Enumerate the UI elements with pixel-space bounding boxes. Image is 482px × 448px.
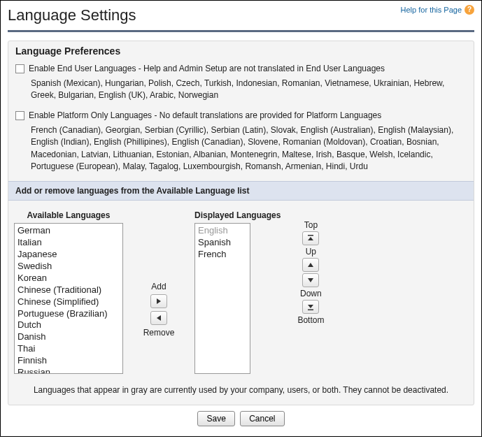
down-button[interactable] bbox=[302, 273, 319, 287]
list-item[interactable]: Russian bbox=[17, 367, 120, 374]
arrow-up-icon bbox=[307, 261, 314, 268]
list-item[interactable]: Spanish bbox=[198, 237, 247, 249]
remove-button[interactable] bbox=[150, 311, 167, 325]
end-user-pref: Enable End User Languages - Help and Adm… bbox=[8, 64, 474, 110]
top-button[interactable] bbox=[302, 231, 319, 245]
list-item[interactable]: Finnish bbox=[17, 355, 120, 367]
svg-rect-1 bbox=[308, 310, 313, 311]
header-divider bbox=[8, 30, 474, 32]
help-icon: ? bbox=[465, 5, 474, 15]
arrow-left-icon bbox=[155, 315, 162, 321]
list-item[interactable]: Portuguese (Brazilian) bbox=[17, 308, 120, 320]
end-user-label: Enable End User Languages - Help and Adm… bbox=[29, 64, 385, 73]
displayed-listbox[interactable]: EnglishSpanishFrench bbox=[194, 223, 250, 374]
list-item[interactable]: Dutch bbox=[17, 319, 120, 331]
page-title: Language Settings bbox=[8, 6, 136, 24]
help-for-page-link[interactable]: Help for this Page ? bbox=[401, 5, 474, 15]
picker-bar-title: Add or remove languages from the Availab… bbox=[8, 181, 474, 201]
help-link-text: Help for this Page bbox=[401, 6, 462, 14]
platform-list: French (Canadian), Georgian, Serbian (Cy… bbox=[31, 124, 467, 173]
end-user-list: Spanish (Mexican), Hungarian, Polish, Cz… bbox=[31, 78, 467, 102]
displayed-title: Displayed Languages bbox=[194, 210, 281, 220]
list-item[interactable]: Chinese (Traditional) bbox=[17, 284, 120, 296]
down-label: Down bbox=[300, 289, 322, 298]
list-item[interactable]: English bbox=[198, 225, 247, 237]
up-label: Up bbox=[306, 247, 316, 256]
list-item[interactable]: Danish bbox=[17, 331, 120, 343]
add-label: Add bbox=[151, 282, 166, 291]
svg-rect-0 bbox=[308, 235, 313, 236]
available-listbox[interactable]: GermanItalianJapaneseSwedishKoreanChines… bbox=[14, 223, 123, 374]
platform-checkbox[interactable] bbox=[15, 111, 24, 120]
arrow-down-icon bbox=[307, 277, 314, 284]
bottom-button[interactable] bbox=[302, 300, 319, 314]
gray-note: Languages that appear in gray are curren… bbox=[8, 380, 474, 405]
available-title: Available Languages bbox=[14, 210, 123, 220]
arrow-bottom-icon bbox=[307, 303, 314, 310]
arrow-top-icon bbox=[307, 235, 314, 242]
preferences-title: Language Preferences bbox=[8, 41, 474, 64]
up-button[interactable] bbox=[302, 258, 319, 272]
list-item[interactable]: Italian bbox=[17, 237, 120, 249]
bottom-label: Bottom bbox=[297, 315, 324, 325]
platform-pref: Enable Platform Only Languages - No defa… bbox=[8, 110, 474, 182]
save-button[interactable]: Save bbox=[197, 411, 234, 426]
list-item[interactable]: Chinese (Simplified) bbox=[17, 296, 120, 308]
top-label: Top bbox=[304, 220, 318, 230]
list-item[interactable]: German bbox=[17, 225, 120, 237]
list-item[interactable]: Japanese bbox=[17, 249, 120, 261]
remove-label: Remove bbox=[143, 328, 175, 338]
list-item[interactable]: French bbox=[198, 249, 247, 261]
list-item[interactable]: Korean bbox=[17, 273, 120, 284]
preferences-panel: Language Preferences Enable End User Lan… bbox=[8, 41, 474, 405]
end-user-checkbox[interactable] bbox=[15, 64, 24, 73]
add-button[interactable] bbox=[150, 294, 167, 308]
arrow-right-icon bbox=[155, 298, 162, 305]
list-item[interactable]: Thai bbox=[17, 343, 120, 355]
platform-label: Enable Platform Only Languages - No defa… bbox=[29, 110, 381, 120]
list-item[interactable]: Swedish bbox=[17, 261, 120, 273]
cancel-button[interactable]: Cancel bbox=[240, 411, 284, 426]
